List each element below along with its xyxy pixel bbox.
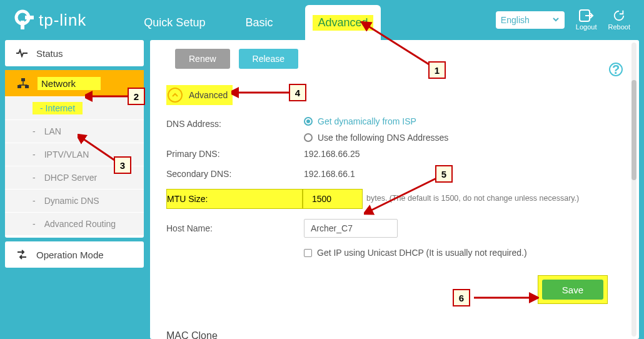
row-secondary-dns: Secondary DNS: 192.168.66.1: [166, 169, 623, 179]
sidebar-item-internet[interactable]: - Internet: [5, 97, 144, 119]
mtu-input[interactable]: 1500: [303, 189, 363, 209]
field-note: bytes. (The default is 1500, do not chan…: [366, 194, 579, 204]
sidebar-item-label: Advanced Routing: [44, 219, 116, 229]
sidebar-group-network: Network - Internet - LAN - IPTV/VLAN - D…: [5, 70, 144, 238]
sidebar-item-dhcp-server[interactable]: - DHCP Server: [5, 166, 144, 189]
section-mac-clone: MAC Clone: [166, 330, 623, 339]
pulse-icon: [16, 49, 28, 58]
chevron-down-icon: [552, 15, 560, 25]
radio-dns-dynamic[interactable]: Get dynamically from ISP: [304, 116, 623, 126]
field-value: 192.168.66.1: [304, 169, 355, 179]
radio-label: Use the following DNS Addresses: [318, 133, 448, 143]
sidebar-item-label: IPTV/VLAN: [44, 149, 89, 159]
network-icon: [18, 78, 29, 88]
operation-mode-icon: [16, 250, 28, 260]
button-label: Release: [253, 54, 284, 64]
field-label: Primary DNS:: [166, 149, 304, 159]
reboot-button[interactable]: Reboot: [608, 9, 630, 31]
field-label: MTU Size:: [166, 189, 303, 209]
radio-label: Get dynamically from ISP: [318, 116, 416, 126]
toggle-label: Advanced: [189, 90, 228, 100]
icon-label: Reboot: [608, 23, 630, 31]
sidebar-item-label: Network: [38, 77, 101, 90]
logout-icon: [579, 9, 594, 22]
help-button[interactable]: ?: [609, 63, 623, 76]
svg-rect-1: [21, 21, 24, 29]
save-button[interactable]: Save: [542, 280, 603, 300]
brand-text: tp-link: [39, 11, 86, 30]
scrollbar-thumb[interactable]: [631, 80, 636, 180]
sidebar-item-iptv-vlan[interactable]: - IPTV/VLAN: [5, 143, 144, 166]
scrollbar[interactable]: [631, 43, 636, 336]
checkbox-label: Get IP using Unicast DHCP (It is usually…: [317, 248, 527, 258]
sidebar-item-label: LAN: [44, 126, 61, 136]
main-panel: ? Renew Release Advanced DNS Address: Ge…: [150, 40, 639, 339]
tab-label: Basic: [245, 16, 273, 29]
svg-rect-2: [25, 16, 34, 19]
logout-button[interactable]: Logout: [576, 9, 597, 31]
renew-button[interactable]: Renew: [175, 49, 230, 69]
tplink-logo-icon: [14, 9, 35, 31]
svg-rect-4: [21, 78, 25, 81]
button-label: Save: [562, 285, 583, 295]
hostname-input[interactable]: [304, 219, 398, 238]
advanced-toggle[interactable]: Advanced: [166, 85, 623, 105]
top-bar: tp-link Quick Setup Basic Advanced Engli…: [0, 0, 644, 40]
checkbox-unicast-dhcp[interactable]: Get IP using Unicast DHCP (It is usually…: [304, 248, 623, 258]
sidebar-item-operation-mode[interactable]: Operation Mode: [5, 241, 144, 268]
sidebar-item-advanced-routing[interactable]: - Advanced Routing: [5, 213, 144, 235]
language-select[interactable]: English: [496, 11, 565, 29]
sidebar-item-dynamic-dns[interactable]: - Dynamic DNS: [5, 190, 144, 212]
language-value: English: [501, 15, 530, 25]
button-label: Renew: [189, 54, 216, 64]
row-mtu-size: MTU Size: 1500 bytes. (The default is 15…: [166, 189, 623, 209]
field-label: Host Name:: [166, 223, 304, 233]
sidebar-item-label: Status: [36, 48, 63, 59]
radio-icon: [304, 133, 313, 142]
radio-dns-manual[interactable]: Use the following DNS Addresses: [304, 133, 623, 143]
row-primary-dns: Primary DNS: 192.168.66.25: [166, 149, 623, 159]
sidebar-item-label: Internet: [46, 103, 75, 113]
sidebar: Status Network - Internet - LAN - IPTV/V…: [5, 40, 144, 339]
sidebar-item-label: DHCP Server: [44, 173, 98, 183]
radio-icon: [304, 117, 313, 126]
collapse-up-icon: [168, 88, 183, 103]
reboot-icon: [612, 9, 626, 22]
icon-label: Logout: [576, 23, 597, 31]
sidebar-item-network[interactable]: Network: [5, 70, 144, 96]
sidebar-item-status[interactable]: Status: [5, 40, 144, 66]
release-button[interactable]: Release: [239, 49, 298, 69]
top-nav: Quick Setup Basic Advanced: [136, 0, 380, 40]
row-host-name: Host Name:: [166, 219, 623, 238]
tab-advanced[interactable]: Advanced: [305, 5, 380, 40]
tab-label: Quick Setup: [144, 16, 205, 29]
field-label: DNS Address:: [166, 119, 304, 129]
field-value: 192.168.66.25: [304, 149, 360, 159]
sidebar-item-label: Dynamic DNS: [44, 196, 99, 206]
field-label: Secondary DNS:: [166, 169, 304, 179]
tab-basic[interactable]: Basic: [238, 5, 280, 40]
sidebar-item-label: Operation Mode: [36, 250, 104, 260]
checkbox-icon: [304, 249, 312, 257]
brand-logo: tp-link: [14, 9, 86, 31]
sidebar-item-lan[interactable]: - LAN: [5, 120, 144, 143]
tab-label: Advanced: [313, 15, 373, 31]
tab-quick-setup[interactable]: Quick Setup: [136, 5, 213, 40]
